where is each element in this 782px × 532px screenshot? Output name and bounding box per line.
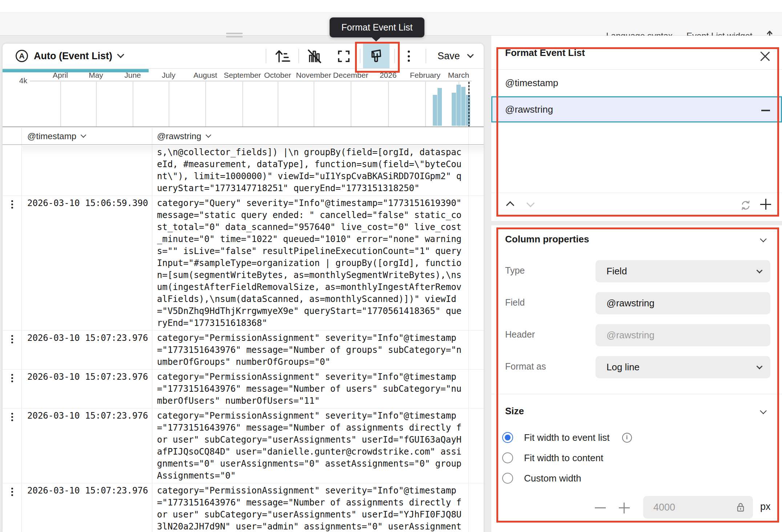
timestamp-cell: 2026-03-10 15:06:59.390 [22,196,152,330]
chevron-down-icon[interactable] [81,132,86,138]
chart-gridline [60,82,61,127]
row-menu-icon[interactable] [11,374,13,382]
chart-month-label: July [162,71,175,80]
chevron-down-icon[interactable] [205,132,211,138]
save-button[interactable]: Save [438,44,473,68]
toolbar-divider [360,49,360,63]
timestamp-cell [22,145,152,196]
paintbrush-icon[interactable] [368,48,384,65]
move-down-icon[interactable] [527,199,535,207]
header-label: Header [505,329,535,340]
type-dropdown[interactable]: Field [596,260,770,282]
row-gutter [3,196,22,330]
row-gutter [3,145,22,196]
event-row: 2026-03-10 15:07:23.976category="Permiss… [3,370,484,408]
chart-gridline [169,82,169,127]
lock-icon [735,501,746,513]
chart-gridline [314,82,314,127]
radio-option-fit-width-to-event-list[interactable]: Fit width to event listi [502,430,632,446]
chevron-down-icon [757,267,763,273]
timestamp-cell: 2026-03-10 15:07:23.976 [22,331,152,369]
info-icon[interactable]: i [622,433,632,443]
event-list-widget-card: A Auto (Event List) [3,44,484,532]
table-gutter-header [3,128,22,144]
row-menu-icon[interactable] [11,200,13,209]
window-top-strip [0,0,782,12]
chevron-down-icon [117,51,124,58]
event-table: @timestamp @rawstring s,\n@collector_fie… [3,128,484,532]
radio-button[interactable] [502,452,513,463]
move-up-icon[interactable] [506,201,515,210]
rawstring-cell: category="PermissionAssignment" severity… [152,483,469,532]
radio-option-fit-width-to-content[interactable]: Fit width to content [502,450,603,466]
increment-width-icon[interactable] [618,502,630,514]
rawstring-cell: category="PermissionAssignment" severity… [152,370,469,408]
timestamp-cell: 2026-03-10 15:07:23.976 [22,483,152,532]
chart-month-label: March [448,71,469,80]
close-icon[interactable] [760,50,770,60]
drag-handle[interactable] [226,33,243,38]
radio-label: Custom width [524,473,581,484]
column-header-timestamp: @timestamp [27,131,76,141]
radio-label: Fit width to content [524,452,603,464]
sort-icon[interactable] [274,48,291,65]
add-field-icon[interactable] [759,198,772,210]
histogram-bar [456,85,461,126]
histogram-bar [466,95,470,126]
chart-gridline [351,82,351,127]
toolbar-divider [266,49,266,63]
header-input[interactable] [596,324,770,346]
row-menu-icon[interactable] [11,335,13,343]
size-title: Size [505,406,524,417]
timestamp-cell: 2026-03-10 15:07:23.976 [22,408,152,483]
format-as-label: Format as [505,361,546,372]
chart-gridline [133,82,133,127]
radio-button[interactable] [502,432,513,443]
format-event-list-tooltip: Format Event List [330,17,424,37]
chart-month-label: February [410,71,440,80]
toolbar-divider [394,49,395,63]
auto-letter-icon: A [16,50,28,62]
decrement-width-icon[interactable] [594,502,606,514]
row-menu-icon[interactable] [11,488,13,496]
chart-ytick-label: 4k [12,76,27,85]
field-input[interactable] [596,292,770,314]
format-event-list-panel: Format Event List @timestamp@rawstring C… [491,36,782,532]
chart-gridline [278,82,278,127]
chart-month-label: December [333,71,368,80]
field-item-timestamp[interactable]: @timestamp [491,70,782,96]
radio-option-custom-width[interactable]: Custom width [502,470,581,486]
chart-gridline [242,82,243,127]
width-unit-label: px [760,501,771,512]
panel-header: Format Event List [491,36,782,70]
collapse-section-icon[interactable] [760,235,766,242]
chevron-down-icon [757,363,763,369]
row-menu-icon[interactable] [11,413,13,421]
chevron-down-icon [467,51,473,58]
chart-month-label: August [193,71,217,80]
tab-auto-event-list[interactable]: A Auto (Event List) [16,44,123,68]
field-item-rawstring[interactable]: @rawstring [491,96,782,122]
widget-toolbar: A Auto (Event List) [3,44,484,69]
timestamp-cell: 2026-03-10 15:07:23.976 [22,370,152,408]
event-row: s,\n@collector_fields]) |\n groupBy(fiel… [3,145,484,196]
chart-month-label: September [224,71,261,80]
chart-month-label: 2026 [380,71,397,80]
remove-field-icon[interactable] [761,110,770,111]
format-as-dropdown[interactable]: Log line [596,356,770,378]
kebab-menu-icon[interactable] [407,51,411,64]
fullscreen-icon[interactable] [335,48,352,65]
panel-title: Format Event List [505,47,585,59]
histogram-hidden-icon[interactable] [306,48,323,65]
chart-now-marker [468,82,469,127]
column-properties-title: Column properties [505,234,589,245]
row-gutter [3,370,22,408]
tab-label: Auto (Event List) [34,51,112,62]
chart-gridline [96,82,97,127]
field-list-footer [491,193,782,216]
histogram-bar [433,95,437,126]
refresh-icon[interactable] [740,200,751,211]
radio-button[interactable] [502,473,513,484]
panel-section-divider [491,221,782,225]
collapse-section-icon[interactable] [760,407,766,414]
